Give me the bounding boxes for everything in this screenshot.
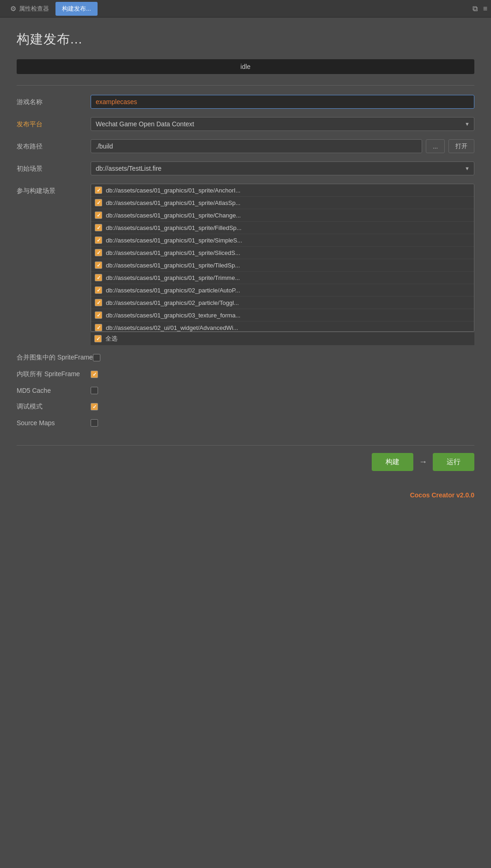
scene-list-wrapper: db://assets/cases/01_graphics/01_sprite/… xyxy=(91,184,474,345)
list-item[interactable]: db://assets/cases/01_graphics/03_texture… xyxy=(91,309,474,322)
scene-checkbox-6[interactable] xyxy=(95,261,102,269)
select-all-row: 全选 xyxy=(91,332,474,345)
scene-path-8: db://assets/cases/01_graphics/02_particl… xyxy=(106,287,240,294)
initial-scene-row: 初始场景 db://assets/TestList.fire xyxy=(17,161,474,175)
platform-select[interactable]: Wechat Game Open Data Context xyxy=(91,117,474,131)
scene-path-2: db://assets/cases/01_graphics/01_sprite/… xyxy=(106,212,241,219)
main-content: 构建发布... idle 游戏名称 发布平台 Wechat Game Open … xyxy=(0,18,491,488)
title-bar-actions: ⧉ ≡ xyxy=(473,5,487,13)
scene-path-5: db://assets/cases/01_graphics/01_sprite/… xyxy=(106,249,240,256)
initial-scene-select[interactable]: db://assets/TestList.fire xyxy=(91,161,474,175)
gear-icon: ⚙ xyxy=(10,5,16,13)
source-maps-label: Source Maps xyxy=(17,419,91,427)
footer-brand: Cocos Creator v2.0.0 xyxy=(0,488,491,504)
debug-mode-label: 调试模式 xyxy=(17,403,91,411)
scene-checkbox-1[interactable] xyxy=(95,199,102,206)
menu-icon[interactable]: ≡ xyxy=(483,5,487,13)
window-icon[interactable]: ⧉ xyxy=(473,5,478,13)
inline-spriteframe-label: 内联所有 SpriteFrame xyxy=(17,370,91,378)
platform-label: 发布平台 xyxy=(17,117,91,129)
scene-path-6: db://assets/cases/01_graphics/01_sprite/… xyxy=(106,262,240,269)
scenes-label: 参与构建场景 xyxy=(17,184,91,195)
scene-checkbox-0[interactable] xyxy=(95,186,102,194)
scene-checkbox-7[interactable] xyxy=(95,274,102,281)
list-item[interactable]: db://assets/cases/01_graphics/01_sprite/… xyxy=(91,247,474,259)
md5-cache-checkbox[interactable] xyxy=(91,387,98,394)
platform-row: 发布平台 Wechat Game Open Data Context xyxy=(17,117,474,131)
scene-list-container[interactable]: db://assets/cases/01_graphics/01_sprite/… xyxy=(91,184,474,332)
list-item[interactable]: db://assets/cases/01_graphics/01_sprite/… xyxy=(91,222,474,234)
md5-cache-row: MD5 Cache xyxy=(17,387,474,394)
initial-scene-select-wrapper: db://assets/TestList.fire xyxy=(91,161,474,175)
scene-checkbox-5[interactable] xyxy=(95,249,102,256)
debug-mode-checkbox[interactable] xyxy=(91,403,98,410)
merge-spriteframe-checkbox[interactable] xyxy=(93,354,100,361)
tab-build-publish[interactable]: 构建发布... xyxy=(55,2,98,16)
list-item[interactable]: db://assets/cases/02_ui/01_widget/Advanc… xyxy=(91,322,474,332)
source-maps-checkbox[interactable] xyxy=(91,419,98,427)
path-browse-button[interactable]: ... xyxy=(426,139,445,153)
scene-path-0: db://assets/cases/01_graphics/01_sprite/… xyxy=(106,187,240,194)
arrow-icon: → xyxy=(419,457,427,467)
list-item[interactable]: db://assets/cases/01_graphics/01_sprite/… xyxy=(91,209,474,222)
scene-checkbox-2[interactable] xyxy=(95,211,102,219)
scene-checkbox-10[interactable] xyxy=(95,311,102,319)
scene-path-10: db://assets/cases/01_graphics/03_texture… xyxy=(106,312,240,319)
game-name-label: 游戏名称 xyxy=(17,95,91,106)
game-name-input[interactable] xyxy=(91,95,474,109)
select-all-checkbox[interactable] xyxy=(94,335,102,342)
scenes-row: 参与构建场景 db://assets/cases/01_graphics/01_… xyxy=(17,184,474,345)
page-title: 构建发布... xyxy=(17,31,474,48)
game-name-control xyxy=(91,95,474,109)
path-open-button[interactable]: 打开 xyxy=(448,139,474,153)
bottom-area: 构建 → 运行 xyxy=(17,445,474,478)
path-row: 发布路径 ... 打开 xyxy=(17,139,474,153)
platform-select-wrapper: Wechat Game Open Data Context xyxy=(91,117,474,131)
md5-cache-label: MD5 Cache xyxy=(17,387,91,394)
inline-spriteframe-checkbox[interactable] xyxy=(91,371,98,378)
scene-path-11: db://assets/cases/02_ui/01_widget/Advanc… xyxy=(106,324,238,331)
scene-checkbox-9[interactable] xyxy=(95,299,102,306)
path-input[interactable] xyxy=(91,139,422,153)
scene-checkbox-3[interactable] xyxy=(95,224,102,231)
path-label: 发布路径 xyxy=(17,139,91,151)
list-item[interactable]: db://assets/cases/01_graphics/02_particl… xyxy=(91,284,474,297)
scene-path-1: db://assets/cases/01_graphics/01_sprite/… xyxy=(106,199,240,206)
divider-top xyxy=(17,85,474,86)
scene-path-7: db://assets/cases/01_graphics/01_sprite/… xyxy=(106,274,240,281)
scene-path-4: db://assets/cases/01_graphics/01_sprite/… xyxy=(106,237,242,244)
tab-build-label: 构建发布... xyxy=(62,5,91,13)
select-all-label: 全选 xyxy=(105,335,117,343)
list-item[interactable]: db://assets/cases/01_graphics/01_sprite/… xyxy=(91,234,474,247)
title-bar: ⚙ 属性检查器 构建发布... ⧉ ≡ xyxy=(0,0,491,18)
list-item[interactable]: db://assets/cases/01_graphics/01_sprite/… xyxy=(91,197,474,209)
build-button[interactable]: 构建 xyxy=(372,453,413,471)
scene-path-9: db://assets/cases/01_graphics/02_particl… xyxy=(106,299,239,306)
scene-path-3: db://assets/cases/01_graphics/01_sprite/… xyxy=(106,224,241,231)
list-item[interactable]: db://assets/cases/01_graphics/01_sprite/… xyxy=(91,272,474,284)
initial-scene-control: db://assets/TestList.fire xyxy=(91,161,474,175)
tab-property-label: 属性检查器 xyxy=(19,5,49,13)
inline-spriteframe-row: 内联所有 SpriteFrame xyxy=(17,370,474,378)
platform-control: Wechat Game Open Data Context xyxy=(91,117,474,131)
list-item[interactable]: db://assets/cases/01_graphics/01_sprite/… xyxy=(91,259,474,272)
path-control: ... 打开 xyxy=(91,139,474,153)
merge-spriteframe-label: 合并图集中的 SpriteFrame xyxy=(17,353,93,362)
merge-spriteframe-row: 合并图集中的 SpriteFrame xyxy=(17,353,474,362)
run-button[interactable]: 运行 xyxy=(433,453,474,471)
tab-property-inspector[interactable]: ⚙ 属性检查器 xyxy=(4,2,55,16)
list-item[interactable]: db://assets/cases/01_graphics/02_particl… xyxy=(91,297,474,309)
path-input-group: ... 打开 xyxy=(91,139,474,153)
scene-checkbox-4[interactable] xyxy=(95,236,102,244)
status-bar: idle xyxy=(17,59,474,74)
debug-mode-row: 调试模式 xyxy=(17,403,474,411)
initial-scene-label: 初始场景 xyxy=(17,161,91,173)
scene-checkbox-11[interactable] xyxy=(95,324,102,331)
game-name-row: 游戏名称 xyxy=(17,95,474,109)
source-maps-row: Source Maps xyxy=(17,419,474,427)
scene-checkbox-8[interactable] xyxy=(95,286,102,294)
list-item[interactable]: db://assets/cases/01_graphics/01_sprite/… xyxy=(91,184,474,197)
